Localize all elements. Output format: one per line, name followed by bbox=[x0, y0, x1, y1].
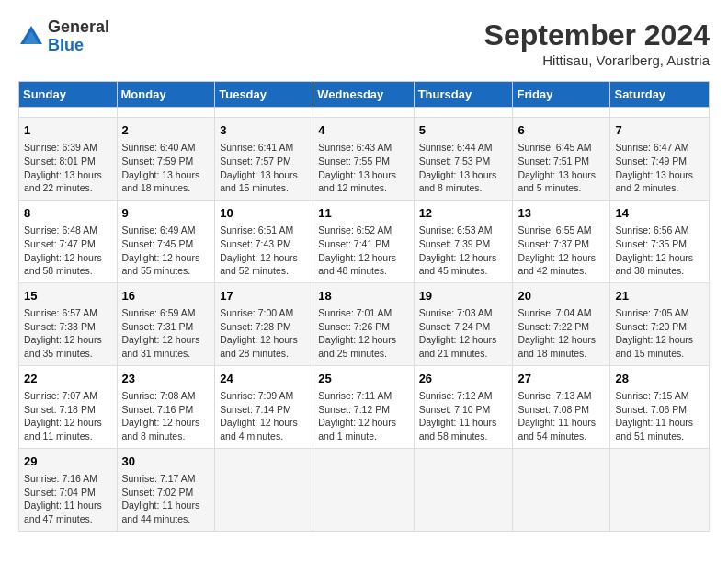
calendar-cell bbox=[414, 448, 513, 531]
day-number: 11 bbox=[318, 205, 408, 222]
calendar-cell: 2Sunrise: 6:40 AM Sunset: 7:59 PM Daylig… bbox=[117, 118, 215, 201]
day-number: 2 bbox=[122, 122, 210, 139]
day-detail: Sunrise: 6:53 AM Sunset: 7:39 PM Dayligh… bbox=[419, 224, 508, 278]
calendar-cell: 14Sunrise: 6:56 AM Sunset: 7:35 PM Dayli… bbox=[610, 200, 710, 282]
day-number: 23 bbox=[122, 371, 210, 387]
day-number: 15 bbox=[24, 288, 112, 304]
calendar-cell: 1Sunrise: 6:39 AM Sunset: 8:01 PM Daylig… bbox=[19, 118, 118, 201]
day-number: 13 bbox=[518, 205, 605, 222]
day-detail: Sunrise: 7:07 AM Sunset: 7:18 PM Dayligh… bbox=[24, 389, 112, 443]
calendar-cell: 6Sunrise: 6:45 AM Sunset: 7:51 PM Daylig… bbox=[513, 118, 610, 201]
day-number: 14 bbox=[615, 205, 704, 222]
day-number: 22 bbox=[24, 371, 112, 387]
calendar-cell: 4Sunrise: 6:43 AM Sunset: 7:55 PM Daylig… bbox=[313, 118, 414, 201]
calendar-cell: 27Sunrise: 7:13 AM Sunset: 7:08 PM Dayli… bbox=[513, 365, 610, 448]
day-number: 4 bbox=[318, 122, 408, 139]
calendar-cell bbox=[19, 108, 118, 118]
day-number: 7 bbox=[615, 122, 704, 139]
day-number: 1 bbox=[24, 122, 112, 139]
day-detail: Sunrise: 6:41 AM Sunset: 7:57 PM Dayligh… bbox=[220, 141, 308, 195]
month-title: September 2024 bbox=[484, 18, 710, 52]
day-detail: Sunrise: 7:00 AM Sunset: 7:28 PM Dayligh… bbox=[220, 306, 308, 361]
day-detail: Sunrise: 7:17 AM Sunset: 7:02 PM Dayligh… bbox=[122, 472, 210, 526]
calendar-cell: 12Sunrise: 6:53 AM Sunset: 7:39 PM Dayli… bbox=[414, 200, 513, 282]
calendar-cell: 23Sunrise: 7:08 AM Sunset: 7:16 PM Dayli… bbox=[117, 365, 215, 448]
calendar-cell: 5Sunrise: 6:44 AM Sunset: 7:53 PM Daylig… bbox=[414, 118, 513, 201]
col-header-saturday: Saturday bbox=[610, 82, 710, 108]
col-header-monday: Monday bbox=[117, 82, 215, 108]
day-detail: Sunrise: 6:55 AM Sunset: 7:37 PM Dayligh… bbox=[518, 224, 605, 278]
day-number: 24 bbox=[220, 371, 308, 387]
day-detail: Sunrise: 7:13 AM Sunset: 7:08 PM Dayligh… bbox=[518, 389, 605, 443]
day-detail: Sunrise: 6:40 AM Sunset: 7:59 PM Dayligh… bbox=[122, 141, 210, 195]
location-subtitle: Hittisau, Vorarlberg, Austria bbox=[484, 52, 710, 68]
logo-icon bbox=[18, 24, 44, 50]
day-detail: Sunrise: 7:12 AM Sunset: 7:10 PM Dayligh… bbox=[419, 389, 508, 443]
calendar-cell: 15Sunrise: 6:57 AM Sunset: 7:33 PM Dayli… bbox=[19, 282, 118, 365]
day-detail: Sunrise: 6:44 AM Sunset: 7:53 PM Dayligh… bbox=[419, 141, 508, 195]
calendar-cell bbox=[610, 448, 710, 531]
day-detail: Sunrise: 6:45 AM Sunset: 7:51 PM Dayligh… bbox=[518, 141, 605, 195]
calendar-cell: 22Sunrise: 7:07 AM Sunset: 7:18 PM Dayli… bbox=[19, 365, 118, 448]
day-number: 16 bbox=[122, 288, 210, 304]
day-number: 29 bbox=[24, 454, 112, 470]
calendar-cell: 28Sunrise: 7:15 AM Sunset: 7:06 PM Dayli… bbox=[610, 365, 710, 448]
calendar-cell bbox=[513, 448, 610, 531]
calendar-cell: 10Sunrise: 6:51 AM Sunset: 7:43 PM Dayli… bbox=[215, 200, 313, 282]
title-block: September 2024 Hittisau, Vorarlberg, Aus… bbox=[484, 18, 710, 68]
calendar-cell: 11Sunrise: 6:52 AM Sunset: 7:41 PM Dayli… bbox=[313, 200, 414, 282]
day-detail: Sunrise: 7:08 AM Sunset: 7:16 PM Dayligh… bbox=[122, 389, 210, 443]
col-header-thursday: Thursday bbox=[414, 82, 513, 108]
day-detail: Sunrise: 6:57 AM Sunset: 7:33 PM Dayligh… bbox=[24, 306, 112, 361]
calendar-cell: 17Sunrise: 7:00 AM Sunset: 7:28 PM Dayli… bbox=[215, 282, 313, 365]
day-number: 19 bbox=[419, 288, 508, 304]
day-number: 26 bbox=[419, 371, 508, 387]
day-number: 18 bbox=[318, 288, 408, 304]
day-number: 8 bbox=[24, 205, 112, 222]
logo-general-text: General bbox=[48, 17, 109, 36]
day-detail: Sunrise: 6:48 AM Sunset: 7:47 PM Dayligh… bbox=[24, 224, 112, 278]
day-number: 9 bbox=[122, 205, 210, 222]
day-number: 6 bbox=[518, 122, 605, 139]
day-detail: Sunrise: 7:15 AM Sunset: 7:06 PM Dayligh… bbox=[615, 389, 704, 443]
day-number: 10 bbox=[220, 205, 308, 222]
day-number: 17 bbox=[220, 288, 308, 304]
day-detail: Sunrise: 6:56 AM Sunset: 7:35 PM Dayligh… bbox=[615, 224, 704, 278]
day-number: 28 bbox=[615, 371, 704, 387]
calendar-cell: 13Sunrise: 6:55 AM Sunset: 7:37 PM Dayli… bbox=[513, 200, 610, 282]
day-detail: Sunrise: 7:05 AM Sunset: 7:20 PM Dayligh… bbox=[615, 306, 704, 361]
day-detail: Sunrise: 6:49 AM Sunset: 7:45 PM Dayligh… bbox=[122, 224, 210, 278]
col-header-sunday: Sunday bbox=[19, 82, 118, 108]
calendar-cell bbox=[117, 108, 215, 118]
calendar-cell bbox=[513, 108, 610, 118]
day-number: 27 bbox=[518, 371, 605, 387]
calendar-cell: 9Sunrise: 6:49 AM Sunset: 7:45 PM Daylig… bbox=[117, 200, 215, 282]
day-detail: Sunrise: 6:59 AM Sunset: 7:31 PM Dayligh… bbox=[122, 306, 210, 361]
calendar-cell: 21Sunrise: 7:05 AM Sunset: 7:20 PM Dayli… bbox=[610, 282, 710, 365]
day-number: 3 bbox=[220, 122, 308, 139]
calendar-cell: 19Sunrise: 7:03 AM Sunset: 7:24 PM Dayli… bbox=[414, 282, 513, 365]
page-header: General Blue September 2024 Hittisau, Vo… bbox=[18, 18, 710, 68]
calendar-cell bbox=[414, 108, 513, 118]
day-number: 20 bbox=[518, 288, 605, 304]
day-number: 25 bbox=[318, 371, 408, 387]
day-number: 12 bbox=[419, 205, 508, 222]
calendar-cell: 18Sunrise: 7:01 AM Sunset: 7:26 PM Dayli… bbox=[313, 282, 414, 365]
calendar-table: SundayMondayTuesdayWednesdayThursdayFrid… bbox=[18, 81, 710, 532]
day-detail: Sunrise: 6:51 AM Sunset: 7:43 PM Dayligh… bbox=[220, 224, 308, 278]
day-detail: Sunrise: 6:47 AM Sunset: 7:49 PM Dayligh… bbox=[615, 141, 704, 195]
calendar-cell bbox=[313, 448, 414, 531]
col-header-friday: Friday bbox=[513, 82, 610, 108]
calendar-cell bbox=[610, 108, 710, 118]
col-header-wednesday: Wednesday bbox=[313, 82, 414, 108]
day-detail: Sunrise: 6:39 AM Sunset: 8:01 PM Dayligh… bbox=[24, 141, 112, 195]
logo-blue-text: Blue bbox=[48, 36, 84, 54]
day-detail: Sunrise: 7:04 AM Sunset: 7:22 PM Dayligh… bbox=[518, 306, 605, 361]
calendar-cell: 16Sunrise: 6:59 AM Sunset: 7:31 PM Dayli… bbox=[117, 282, 215, 365]
calendar-cell: 24Sunrise: 7:09 AM Sunset: 7:14 PM Dayli… bbox=[215, 365, 313, 448]
calendar-cell: 7Sunrise: 6:47 AM Sunset: 7:49 PM Daylig… bbox=[610, 118, 710, 201]
calendar-cell bbox=[215, 108, 313, 118]
calendar-cell: 20Sunrise: 7:04 AM Sunset: 7:22 PM Dayli… bbox=[513, 282, 610, 365]
logo: General Blue bbox=[18, 18, 109, 55]
day-number: 21 bbox=[615, 288, 704, 304]
